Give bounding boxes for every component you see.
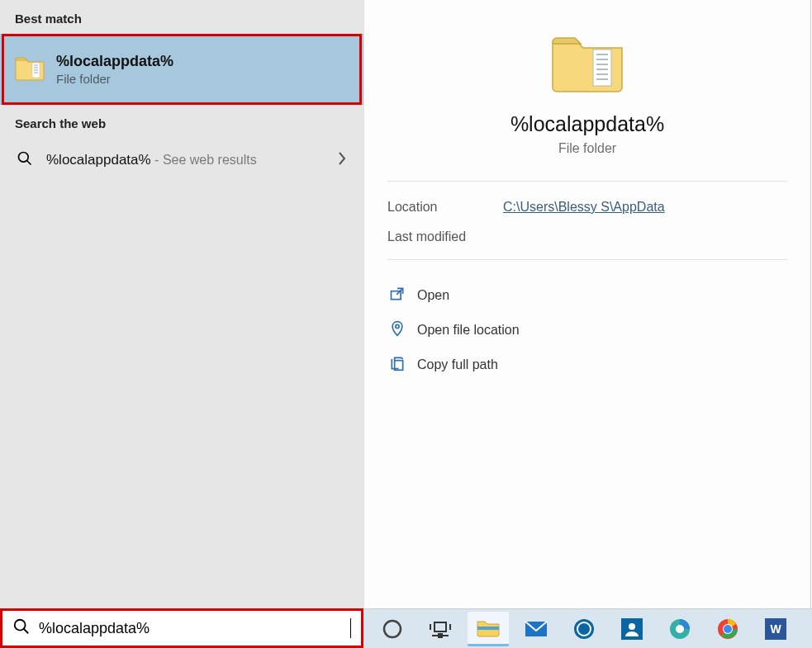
best-match-texts: %localappdata% File folder	[56, 53, 173, 86]
details-pane: %localappdata% File folder Location C:\U…	[363, 0, 811, 608]
open-location-icon	[389, 320, 406, 340]
open-label: Open	[417, 288, 449, 303]
svg-point-5	[19, 153, 29, 163]
windows-search-popover: Best match %localappdata% F	[0, 0, 812, 648]
copy-path-label: Copy full path	[417, 357, 498, 372]
svg-text:W: W	[770, 622, 781, 636]
svg-point-17	[384, 621, 401, 637]
edge-icon[interactable]	[659, 612, 700, 646]
search-input[interactable]	[39, 620, 350, 637]
search-web-header: Search the web	[0, 105, 363, 139]
people-icon[interactable]	[611, 612, 653, 646]
svg-rect-18	[434, 622, 446, 631]
svg-rect-22	[439, 634, 442, 637]
task-view-icon[interactable]	[420, 612, 461, 646]
search-bar[interactable]	[0, 608, 363, 648]
chrome-icon[interactable]	[707, 612, 748, 646]
chevron-right-icon	[337, 152, 347, 169]
details-title: %localappdata%	[387, 112, 787, 136]
taskbar: W	[363, 608, 812, 648]
svg-point-16	[15, 620, 26, 631]
details-subtitle: File folder	[387, 141, 787, 156]
mail-icon[interactable]	[515, 612, 557, 646]
search-icon	[12, 617, 31, 639]
location-link[interactable]: C:\Users\Blessy S\AppData	[503, 200, 665, 215]
search-icon	[17, 150, 33, 170]
open-action[interactable]: Open	[387, 278, 787, 313]
best-match-result-wrap: %localappdata% File folder	[0, 34, 363, 105]
location-row: Location C:\Users\Blessy S\AppData	[387, 200, 787, 215]
divider	[387, 259, 787, 260]
best-match-subtitle: File folder	[56, 72, 173, 86]
dell-icon[interactable]	[563, 612, 605, 646]
file-explorer-icon[interactable]	[468, 612, 509, 646]
cortana-icon[interactable]	[372, 612, 413, 646]
open-location-label: Open file location	[417, 323, 520, 338]
svg-point-28	[629, 623, 635, 630]
copy-path-action[interactable]: Copy full path	[387, 348, 787, 382]
modified-label: Last modified	[387, 229, 503, 244]
search-web-left: %localappdata% - See web results	[17, 150, 257, 170]
search-web-suffix: - See web results	[151, 153, 257, 167]
folder-icon-large	[550, 83, 624, 97]
copy-icon	[389, 355, 406, 375]
details-hero: %localappdata% File folder	[387, 21, 787, 181]
open-location-action[interactable]: Open file location	[387, 313, 787, 348]
best-match-result[interactable]: %localappdata% File folder	[0, 34, 363, 105]
text-caret	[350, 618, 351, 638]
search-web-text: %localappdata% - See web results	[46, 152, 257, 168]
modified-row: Last modified	[387, 229, 787, 244]
search-results-pane: Best match %localappdata% F	[0, 0, 363, 608]
location-label: Location	[387, 200, 503, 215]
svg-point-33	[724, 625, 732, 633]
divider	[387, 181, 787, 182]
svg-point-14	[396, 324, 399, 328]
best-match-title: %localappdata%	[56, 53, 173, 70]
svg-point-30	[676, 625, 684, 633]
svg-rect-23	[477, 627, 499, 630]
action-list: Open Open file location	[387, 278, 787, 382]
word-icon[interactable]: W	[755, 612, 796, 646]
folder-icon	[15, 54, 45, 84]
best-match-header: Best match	[0, 0, 363, 34]
search-web-row[interactable]: %localappdata% - See web results	[0, 139, 363, 182]
search-web-query: %localappdata%	[46, 152, 151, 168]
open-icon	[389, 286, 406, 305]
